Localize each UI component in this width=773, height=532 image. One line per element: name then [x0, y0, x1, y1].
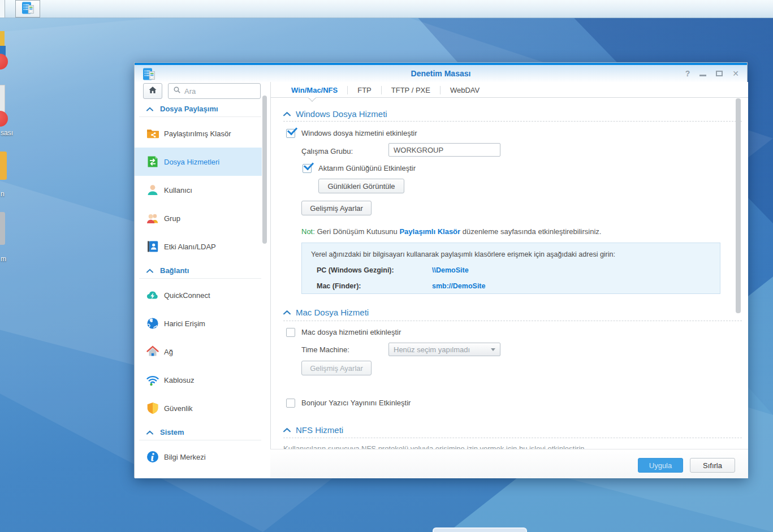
tab-win-mac-nfs[interactable]: Win/Mac/NFS — [282, 86, 347, 94]
sidebar-item-paylastirilmis-klasor[interactable]: Paylaştırılmış Klasör — [135, 119, 262, 148]
chevron-up-icon — [283, 307, 291, 317]
divider — [139, 440, 261, 440]
note-text: Geri Dönüşüm Kutusunu — [317, 227, 397, 236]
tab-ftp[interactable]: FTP — [348, 86, 381, 94]
sidebar-item-grup[interactable]: Grup — [135, 204, 262, 232]
desktop-icon-package[interactable] — [0, 31, 11, 93]
sidebar-item-label: Kullanıcı — [164, 186, 192, 194]
sidebar-section-baglanti[interactable]: Bağlantı — [146, 266, 189, 275]
transfer-log-checkbox[interactable] — [303, 164, 312, 173]
gray-icon-fragment — [0, 212, 5, 245]
tab-webdav[interactable]: WebDAV — [441, 86, 489, 94]
time-machine-label: Time Machine: — [301, 345, 349, 354]
sidebar-item-label: Etki Alanı/LDAP — [164, 243, 216, 251]
control-panel-icon — [21, 1, 34, 17]
enable-mac-service-checkbox[interactable] — [286, 328, 295, 337]
chevron-up-icon — [283, 109, 291, 119]
bonjour-printer-checkbox[interactable] — [286, 399, 295, 408]
sidebar-item-kullanici[interactable]: Kullanıcı — [135, 176, 262, 204]
workgroup-input[interactable] — [388, 143, 500, 157]
section-header-windows[interactable]: Windows Dosya Hizmeti — [283, 109, 387, 118]
tab-tftp-pxe[interactable]: TFTP / PXE — [382, 86, 440, 94]
network-icon — [146, 345, 159, 358]
desktop-icon-label: m — [1, 255, 6, 263]
maximize-icon[interactable] — [716, 71, 723, 76]
search-input[interactable] — [184, 87, 247, 96]
desktop-icon-control-panel[interactable]: sası — [0, 85, 11, 141]
notification-badge — [0, 111, 8, 127]
sidebar-item-label: Harici Erişim — [164, 319, 205, 328]
control-panel-window: Denetim Masası ? ✕ Dosya Paylaşımı Payla… — [134, 62, 748, 478]
dashed-divider — [283, 121, 742, 122]
sidebar-item-label: Güvenlik — [164, 404, 193, 413]
taskbar-control-panel-button[interactable] — [15, 0, 40, 18]
sidebar-item-label: Paylaştırılmış Klasör — [164, 129, 231, 138]
dashed-divider — [283, 321, 742, 321]
chevron-up-icon — [146, 265, 153, 275]
sidebar-item-bilgi-merkezi[interactable]: Bilgi Merkezi — [135, 443, 262, 471]
home-icon — [148, 85, 157, 97]
section-header-mac[interactable]: Mac Dosya Hizmeti — [283, 308, 369, 317]
sidebar-section-label: Bağlantı — [160, 266, 189, 275]
sidebar-section-sistem[interactable]: Sistem — [146, 427, 184, 436]
desktop-icon-gray[interactable]: m — [0, 212, 11, 269]
desktop-icon-label: sası — [1, 129, 13, 137]
search-box[interactable] — [168, 83, 261, 99]
infobox-intro: Yerel ağınızdaki bir bilgisayarı kullana… — [311, 250, 615, 258]
section-header-nfs[interactable]: NFS Hizmeti — [283, 425, 343, 434]
view-logs-button[interactable]: Günlükleri Görüntüle — [318, 179, 404, 193]
sidebar-item-dosya-hizmetleri[interactable]: Dosya Hizmetleri — [135, 148, 262, 176]
sidebar-item-label: QuickConnect — [164, 291, 210, 300]
sidebar-section-label: Sistem — [160, 428, 184, 436]
pc-address-link[interactable]: \\DemoSite — [432, 266, 469, 274]
advanced-settings-button[interactable]: Gelişmiş Ayarlar — [301, 201, 372, 215]
apply-button[interactable]: Uygula — [638, 458, 683, 473]
home-button[interactable] — [143, 83, 162, 99]
close-icon[interactable]: ✕ — [732, 70, 739, 77]
security-icon — [146, 401, 159, 415]
desktop-icon-folder[interactable]: n — [0, 152, 11, 202]
chevron-up-icon — [283, 425, 291, 435]
quickconnect-icon — [146, 288, 159, 302]
sidebar-item-kablosuz[interactable]: Kablosuz — [135, 366, 262, 394]
sidebar-item-ag[interactable]: Ağ — [135, 338, 262, 366]
sidebar-item-etki-alani-ldap[interactable]: Etki Alanı/LDAP — [135, 232, 262, 261]
sidebar-item-guvenlik[interactable]: Güvenlik — [135, 394, 262, 422]
time-machine-dropdown[interactable]: Henüz seçim yapılmadı — [388, 343, 500, 356]
help-icon[interactable]: ? — [685, 70, 690, 77]
tab-bar: Win/Mac/NFS FTP TFTP / PXE WebDAV — [270, 82, 489, 98]
sidebar-item-quickconnect[interactable]: QuickConnect — [135, 281, 262, 309]
sidebar-item-label: Kablosuz — [164, 376, 194, 384]
sidebar-item-harici-erisim[interactable]: Harici Erişim — [135, 309, 262, 338]
taskbar-partial-item[interactable] — [0, 0, 5, 18]
sidebar-section-label: Dosya Paylaşımı — [160, 105, 218, 113]
sidebar-item-label: Grup — [164, 214, 180, 223]
bottom-popup-partial[interactable] — [433, 527, 527, 532]
section-title: NFS Hizmeti — [296, 425, 343, 435]
minimize-icon[interactable] — [699, 75, 706, 76]
info-center-icon — [146, 450, 159, 464]
user-icon — [146, 183, 159, 197]
sidebar-scrollbar-thumb[interactable] — [262, 96, 267, 244]
chevron-down-icon — [491, 348, 495, 351]
group-icon — [146, 211, 159, 225]
chevron-up-icon — [146, 427, 153, 437]
divider — [139, 278, 261, 279]
enable-windows-service-checkbox[interactable] — [286, 129, 295, 138]
sidebar-item-label: Bilgi Merkezi — [164, 453, 206, 461]
dashed-divider — [283, 438, 742, 438]
checkbox-label: Windows dosya hizmetini etkinleştir — [301, 129, 417, 138]
shared-folder-link[interactable]: Paylaşımlı Klasör — [399, 227, 460, 236]
note-text2: düzenleme sayfasında etkinleştirebilirsi… — [463, 227, 602, 236]
content-scrollbar-thumb[interactable] — [736, 98, 741, 313]
mac-row-label: Mac (Finder): — [317, 282, 361, 290]
external-access-icon — [146, 317, 159, 330]
mac-advanced-settings-button[interactable]: Gelişmiş Ayarlar — [301, 361, 372, 375]
reset-button[interactable]: Sıfırla — [690, 458, 735, 473]
wireless-icon — [146, 373, 159, 387]
search-icon — [173, 86, 181, 96]
sidebar-section-dosya-paylasimi[interactable]: Dosya Paylaşımı — [146, 104, 218, 113]
notification-badge — [0, 54, 8, 70]
sidebar-item-label: Ağ — [164, 348, 173, 356]
mac-address-link[interactable]: smb://DemoSite — [432, 282, 485, 290]
